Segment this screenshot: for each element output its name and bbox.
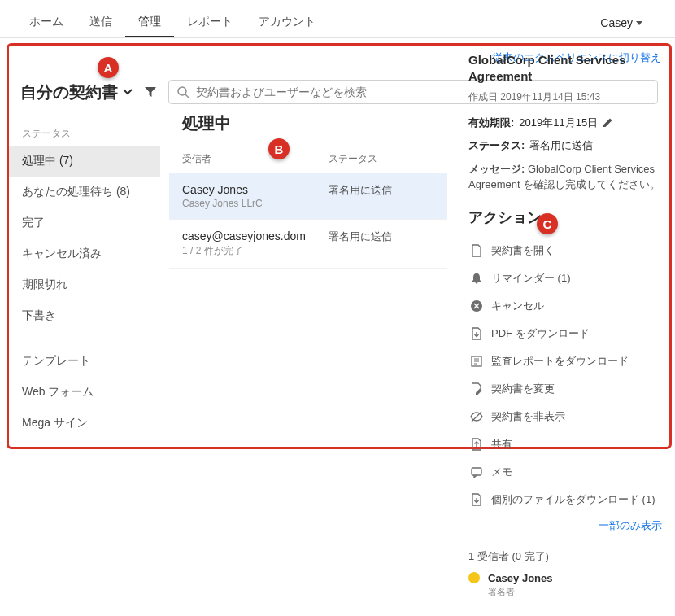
edit-agreement-icon (470, 382, 483, 395)
sidebar-item-templates[interactable]: テンプレート (9, 346, 160, 377)
callout-badge-c: C (537, 213, 558, 234)
nav-send[interactable]: 送信 (76, 8, 125, 37)
section-title: 処理中 (169, 98, 447, 146)
callout-badge-b: B (268, 138, 290, 159)
note-icon (470, 465, 483, 478)
chevron-down-icon (123, 89, 133, 95)
sidebar-item-waiting[interactable]: あなたの処理待ち (8) (9, 177, 160, 208)
nav-account[interactable]: アカウント (246, 8, 329, 37)
list-header: 受信者 ステータス (169, 146, 447, 173)
bell-icon (470, 272, 483, 285)
action-hide-agreement[interactable]: 契約書を非表示 (468, 403, 662, 430)
pencil-icon[interactable] (603, 117, 613, 128)
action-download-audit[interactable]: 監査レポートをダウンロード (468, 347, 662, 375)
show-less-link[interactable]: 一部のみ表示 (599, 519, 662, 531)
list-row[interactable]: Casey Jones Casey Jones LLrC 署名用に送信 (169, 173, 447, 220)
top-nav: ホーム 送信 管理 レポート アカウント Casey (0, 0, 675, 38)
actions-heading: アクション (468, 208, 662, 227)
caret-down-icon (636, 21, 642, 25)
row-title: casey@caseyjones.dom (182, 229, 329, 242)
filter-icon[interactable] (141, 82, 160, 102)
col-status: ステータス (329, 152, 434, 166)
detail-expiry: 有効期限: 2019年11月15日 (468, 116, 662, 130)
hide-icon (470, 410, 483, 423)
svg-rect-5 (472, 468, 481, 475)
sidebar-item-completed[interactable]: 完了 (9, 208, 160, 238)
action-download-individual[interactable]: 個別のファイルをダウンロード (1) (468, 486, 662, 513)
search-icon (177, 86, 189, 98)
action-download-pdf[interactable]: PDF をダウンロード (468, 320, 662, 347)
user-menu[interactable]: Casey (587, 10, 659, 36)
recipient-name: Casey Jones (488, 572, 553, 584)
recipient-summary: 1 受信者 (0 完了) (468, 549, 662, 564)
recipient-role: 署名者 (488, 586, 662, 598)
sidebar-item-megasign[interactable]: Mega サイン (9, 408, 160, 439)
row-subtitle: 1 / 2 件が完了 (182, 244, 329, 258)
row-subtitle: Casey Jones LLrC (182, 198, 329, 209)
action-open-agreement[interactable]: 契約書を開く (468, 237, 662, 264)
page-title: 自分の契約書 (20, 81, 118, 103)
sidebar-item-webforms[interactable]: Web フォーム (9, 377, 160, 408)
action-modify-agreement[interactable]: 契約書を変更 (468, 375, 662, 403)
action-cancel[interactable]: キャンセル (468, 292, 662, 320)
action-notes[interactable]: メモ (468, 458, 662, 486)
list-row[interactable]: casey@caseyjones.dom 1 / 2 件が完了 署名用に送信 (169, 220, 447, 269)
cancel-icon (470, 299, 483, 312)
recipient-row[interactable]: Casey Jones (468, 572, 662, 584)
col-recipient: 受信者 (182, 152, 329, 166)
sidebar-item-expired[interactable]: 期限切れ (9, 269, 160, 300)
action-share[interactable]: 共有 (468, 430, 662, 458)
svg-point-0 (178, 87, 186, 95)
pdf-download-icon (470, 327, 483, 340)
sidebar-item-cancelled[interactable]: キャンセル済み (9, 238, 160, 269)
detail-panel: GlobalCorp Client Services Agreement 作成日… (455, 36, 675, 616)
audit-download-icon (470, 355, 483, 368)
page-title-dropdown[interactable]: 自分の契約書 (20, 81, 133, 103)
sidebar-item-inprogress[interactable]: 処理中 (7) (9, 146, 160, 177)
row-title: Casey Jones (182, 183, 329, 196)
detail-status: ステータス: 署名用に送信 (468, 138, 662, 153)
share-icon (470, 438, 483, 451)
action-reminder[interactable]: リマインダー (1) (468, 264, 662, 292)
sidebar-heading-status: ステータス (9, 119, 160, 146)
svg-line-1 (185, 94, 189, 98)
download-files-icon (470, 493, 483, 506)
callout-badge-a: A (98, 57, 119, 78)
recipient-status-dot (468, 572, 480, 583)
detail-title: GlobalCorp Client Services Agreement (468, 52, 662, 85)
nav-home[interactable]: ホーム (16, 8, 76, 37)
user-name: Casey (600, 16, 633, 29)
nav-manage[interactable]: 管理 (125, 8, 174, 37)
detail-message: メッセージ: GlobalCorp Client Services Agreem… (468, 161, 662, 193)
row-status: 署名用に送信 (329, 183, 434, 209)
row-status: 署名用に送信 (329, 229, 434, 258)
main-content: 従来のエクスペリエンスに切り替え 自分の契約書 (0, 38, 675, 616)
nav-reports[interactable]: レポート (174, 8, 246, 37)
detail-created: 作成日 2019年11月14日 15:43 (468, 90, 662, 104)
document-icon (470, 244, 483, 257)
sidebar-item-draft[interactable]: 下書き (9, 300, 160, 331)
